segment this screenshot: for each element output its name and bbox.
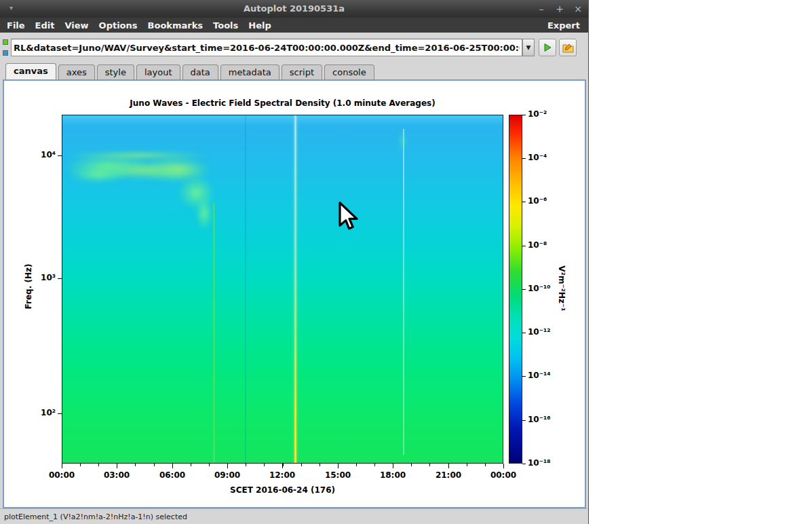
go-button[interactable]	[539, 39, 556, 56]
x-tick-label: 00:00	[49, 470, 75, 480]
autoplot-window: ▾ Autoplot 20190531a – + × File Edit Vie…	[0, 0, 589, 524]
colorbar-axis-label: V²m⁻²Hz⁻¹	[557, 234, 566, 343]
colorbar-tick-label: 10⁻¹⁶	[528, 415, 551, 424]
tab-console[interactable]: console	[324, 64, 374, 79]
expert-mode-label[interactable]: Expert	[547, 20, 580, 31]
tab-layout[interactable]: layout	[136, 64, 180, 79]
colorbar-tick-label: 10⁻²	[528, 109, 547, 119]
menu-edit[interactable]: Edit	[35, 20, 55, 31]
status-text: plotElement_1 (V!a2!nm!a-2!nHz!a-1!n) se…	[4, 512, 187, 521]
menu-help[interactable]: Help	[248, 20, 271, 31]
colorbar-tick-label: 10⁻⁴	[528, 153, 547, 162]
menu-options[interactable]: Options	[99, 20, 138, 31]
chevron-down-icon: ▼	[526, 44, 531, 51]
uri-dropdown-button[interactable]: ▼	[522, 39, 535, 56]
window-controls: – + ×	[537, 0, 583, 18]
status-bar: plotElement_1 (V!a2!nm!a-2!nHz!a-1!n) se…	[0, 508, 588, 524]
x-tick-label: 21:00	[436, 470, 461, 480]
plot-canvas-panel: Juno Waves - Electric Field Spectral Den…	[3, 79, 586, 508]
y-axis-label: Freq. (Hz)	[24, 232, 33, 341]
spectrogram-feature	[294, 115, 296, 464]
tab-metadata[interactable]: metadata	[220, 64, 279, 79]
tab-canvas[interactable]: canvas	[5, 63, 56, 79]
minimize-button[interactable]: –	[537, 3, 546, 14]
x-axis-label: SCET 2016-06-24 (176)	[62, 485, 503, 495]
edit-uri-icon	[562, 43, 574, 53]
x-tick-label: 15:00	[325, 470, 351, 480]
status-led-green-icon	[3, 39, 8, 45]
colorbar-ticks	[522, 115, 526, 464]
x-tick-label: 18:00	[380, 470, 406, 480]
mouse-cursor-icon	[338, 202, 361, 233]
status-led-blue-icon	[3, 50, 8, 56]
menu-file[interactable]: File	[7, 20, 25, 31]
tab-style[interactable]: style	[97, 64, 134, 79]
colorbar-tick-label: 10⁻¹⁸	[528, 458, 551, 468]
y-tick-label: 10⁴	[27, 150, 56, 160]
x-tick-label: 03:00	[104, 470, 130, 480]
colorbar-tick-label: 10⁻⁶	[528, 196, 547, 206]
x-tick-label: 09:00	[214, 470, 240, 480]
colorbar-tick-label: 10⁻¹²	[528, 327, 551, 337]
edit-uri-button[interactable]	[559, 39, 577, 56]
colorbar[interactable]	[509, 115, 522, 464]
colorbar-tick-label: 10⁻¹⁴	[528, 371, 551, 380]
menu-tools[interactable]: Tools	[213, 20, 238, 31]
spectrogram-feature	[68, 166, 129, 183]
spectrogram-feature	[195, 195, 213, 231]
window-title: Autoplot 20190531a	[0, 3, 588, 14]
plot-title: Juno Waves - Electric Field Spectral Den…	[62, 98, 503, 108]
uri-input[interactable]	[11, 39, 522, 56]
colorbar-tick-label: 10⁻¹⁰	[528, 284, 551, 293]
x-tick-label: 12:00	[269, 470, 295, 480]
spectrogram-feature	[403, 129, 404, 455]
spectrogram-feature	[213, 202, 215, 464]
y-tick-label: 10²	[27, 408, 56, 417]
maximize-button[interactable]: +	[555, 3, 564, 14]
tab-data[interactable]: data	[182, 64, 218, 79]
close-button[interactable]: ×	[573, 3, 583, 14]
x-tick-label: 00:00	[490, 470, 516, 480]
play-icon	[543, 43, 552, 52]
menu-bookmarks[interactable]: Bookmarks	[148, 20, 204, 31]
tab-axes[interactable]: axes	[58, 64, 95, 79]
tab-script[interactable]: script	[282, 64, 322, 79]
uri-toolbar: ▼	[0, 33, 588, 62]
x-axis-major-ticks	[62, 464, 505, 468]
menu-view[interactable]: View	[64, 20, 88, 31]
menu-bar: File Edit View Options Bookmarks Tools H…	[0, 18, 588, 33]
y-tick-label: 10³	[27, 273, 56, 282]
tab-bar: canvas axes style layout data metadata s…	[0, 62, 588, 79]
colorbar-tick-label: 10⁻⁸	[528, 240, 547, 250]
spectrogram-feature	[399, 130, 406, 152]
spectrogram-feature	[62, 151, 212, 160]
spectrogram-feature	[245, 115, 246, 464]
spectrogram-plot[interactable]	[62, 115, 503, 464]
title-bar: ▾ Autoplot 20190531a – + ×	[0, 0, 588, 18]
x-tick-label: 06:00	[159, 470, 185, 480]
